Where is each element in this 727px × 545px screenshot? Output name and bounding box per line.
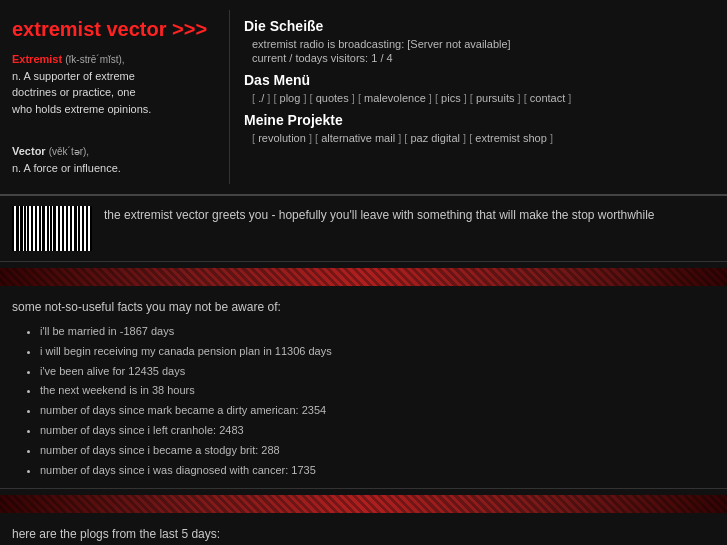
barcode-image bbox=[12, 206, 92, 251]
menu-link-home[interactable]: ./ bbox=[258, 92, 264, 104]
facts-list-item: i've been alive for 12435 days bbox=[40, 362, 715, 382]
facts-heading: some not-so-useful facts you may not be … bbox=[12, 300, 715, 314]
projekt-links: [ revolution ] [ alternative mail ] [ pa… bbox=[244, 132, 713, 144]
meine-projekte-heading: Meine Projekte bbox=[244, 112, 713, 128]
top-section: extremist vector >>> Extremist (ĭk-strē´… bbox=[0, 0, 727, 196]
extremist-def-line2: doctrines or practice, one bbox=[12, 86, 136, 98]
extremist-phonetic: (ĭk-strē´mĭst), bbox=[65, 54, 124, 65]
extremist-def-line1: n. A supporter of extreme bbox=[12, 70, 135, 82]
projekt-link-alternative-mail[interactable]: alternative mail bbox=[321, 132, 395, 144]
menu-link-contact[interactable]: contact bbox=[530, 92, 565, 104]
radio-status: extremist radio is broadcasting: [Server… bbox=[244, 38, 713, 50]
middle-section: the extremist vector greets you - hopefu… bbox=[0, 196, 727, 262]
vector-def-text: n. A force or influence. bbox=[12, 162, 121, 174]
facts-section: some not-so-useful facts you may not be … bbox=[0, 292, 727, 489]
menu-link-plog[interactable]: plog bbox=[280, 92, 301, 104]
right-panel: Die Scheiße extremist radio is broadcast… bbox=[230, 10, 727, 184]
projekt-link-extremist-shop[interactable]: extremist shop bbox=[475, 132, 547, 144]
extremist-def-line3: who holds extreme opinions. bbox=[12, 103, 151, 115]
vector-definition: Vector (věk´tər), n. A force or influenc… bbox=[12, 143, 217, 176]
facts-list-item: i'll be married in -1867 days bbox=[40, 322, 715, 342]
site-title: extremist vector >>> bbox=[12, 18, 217, 41]
left-panel: extremist vector >>> Extremist (ĭk-strē´… bbox=[0, 10, 230, 184]
plogs-heading: here are the plogs from the last 5 days: bbox=[0, 519, 727, 545]
menu-link-pics[interactable]: pics bbox=[441, 92, 461, 104]
projekt-link-paz-digital[interactable]: paz digital bbox=[410, 132, 460, 144]
vector-phonetic: (věk´tər), bbox=[49, 146, 89, 157]
die-scheisse-heading: Die Scheiße bbox=[244, 18, 713, 34]
projekt-link-revolution[interactable]: revolution bbox=[258, 132, 306, 144]
menu-link-quotes[interactable]: quotes bbox=[316, 92, 349, 104]
visitors-count: current / todays visitors: 1 / 4 bbox=[244, 52, 713, 64]
extremist-definition: Extremist (ĭk-strē´mĭst), n. A supporter… bbox=[12, 51, 217, 117]
decorative-bar-top bbox=[0, 268, 727, 286]
decorative-bar-bottom bbox=[0, 495, 727, 513]
facts-list-item: number of days since i was diagnosed wit… bbox=[40, 461, 715, 481]
facts-list-item: number of days since mark became a dirty… bbox=[40, 401, 715, 421]
menu-link-malevolence[interactable]: malevolence bbox=[364, 92, 426, 104]
facts-list: i'll be married in -1867 daysi will begi… bbox=[12, 322, 715, 480]
vector-term: Vector bbox=[12, 145, 46, 157]
facts-list-item: number of days since i left cranhole: 24… bbox=[40, 421, 715, 441]
extremist-term: Extremist bbox=[12, 53, 62, 65]
facts-list-item: number of days since i became a stodgy b… bbox=[40, 441, 715, 461]
greeting-text: the extremist vector greets you - hopefu… bbox=[104, 206, 655, 225]
menu-links: [ ./ ] [ plog ] [ quotes ] [ malevolence… bbox=[244, 92, 713, 104]
menu-link-pursuits[interactable]: pursuits bbox=[476, 92, 515, 104]
das-menu-heading: Das Menü bbox=[244, 72, 713, 88]
facts-list-item: i will begin receiving my canada pension… bbox=[40, 342, 715, 362]
facts-list-item: the next weekend is in 38 hours bbox=[40, 381, 715, 401]
